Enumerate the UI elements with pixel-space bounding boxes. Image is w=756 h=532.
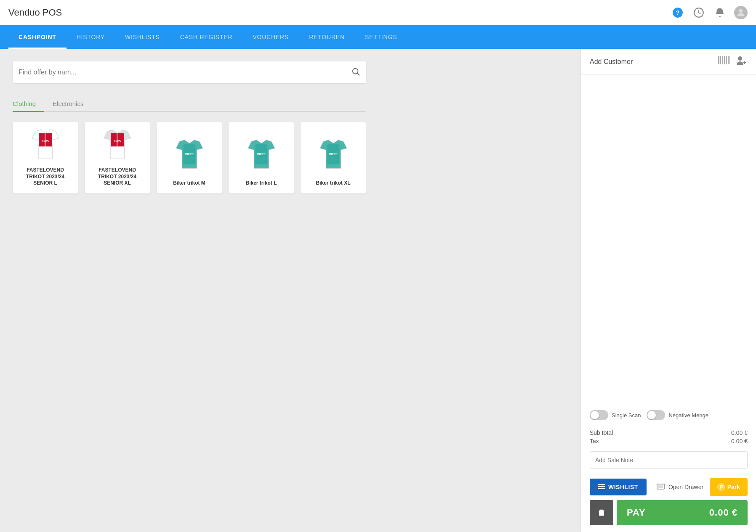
- product-image: REWE: [27, 127, 64, 163]
- search-icon[interactable]: [351, 67, 360, 78]
- svg-rect-31: [728, 56, 729, 64]
- pay-row: PAY 0.00 €: [581, 500, 756, 532]
- nav-retouren[interactable]: RETOUREN: [299, 25, 355, 49]
- bottom-btn-row: WISHLIST Open Drawer Park: [581, 474, 756, 500]
- search-bar[interactable]: [13, 61, 366, 83]
- top-bar: Venduo POS ?: [0, 0, 756, 25]
- product-name: Biker trikot L: [245, 180, 277, 187]
- svg-rect-34: [598, 486, 605, 487]
- tab-electronics[interactable]: Electronics: [53, 96, 92, 111]
- nav-cash-register[interactable]: CASH REGISTER: [170, 25, 243, 49]
- wishlist-button[interactable]: WISHLIST: [590, 479, 647, 495]
- subtotal-row: Sub total 0.00 €: [590, 429, 748, 436]
- pay-amount: 0.00 €: [709, 507, 737, 518]
- left-panel: Clothing Electronics REWE: [0, 49, 581, 532]
- single-scan-toggle[interactable]: [590, 410, 608, 420]
- product-image: REWE: [98, 127, 136, 163]
- negative-menge-toggle[interactable]: [647, 410, 665, 420]
- product-name: Biker trikot M: [173, 180, 205, 187]
- product-card-biker-xl[interactable]: BIKER Biker trikot XL: [301, 122, 366, 193]
- product-name: Biker trikot XL: [316, 180, 350, 187]
- main-layout: Clothing Electronics REWE: [0, 49, 756, 532]
- nav-settings[interactable]: SETTINGS: [355, 25, 407, 49]
- tax-value: 0.00 €: [731, 438, 748, 445]
- svg-text:BIKER: BIKER: [329, 152, 338, 155]
- svg-point-3: [739, 9, 743, 13]
- product-card-fastelovend-xl[interactable]: REWE FASTELOVEND TRIKOT 2023/24 SENIOR X…: [85, 122, 150, 193]
- nav-history[interactable]: HISTORY: [67, 25, 115, 49]
- toggles-row: Single Scan Negative Menge: [581, 404, 756, 426]
- svg-line-5: [357, 73, 359, 75]
- single-scan-label: Single Scan: [612, 412, 641, 418]
- park-button[interactable]: Park: [710, 478, 748, 496]
- product-name: FASTELOVEND TRIKOT 2023/24 SENIOR L: [17, 167, 74, 187]
- tab-clothing[interactable]: Clothing: [13, 96, 44, 111]
- svg-rect-32: [729, 56, 730, 64]
- nav-bar: CASHPOINT HISTORY WISHLISTS CASH REGISTE…: [0, 25, 756, 49]
- header-icons: [718, 56, 748, 68]
- category-tabs: Clothing Electronics: [13, 96, 366, 112]
- search-input[interactable]: [19, 69, 351, 76]
- nav-cashpoint[interactable]: CASHPOINT: [8, 25, 67, 49]
- user-avatar[interactable]: [734, 6, 748, 19]
- open-drawer-button[interactable]: Open Drawer: [657, 484, 703, 490]
- add-customer-label: Add Customer: [590, 58, 633, 66]
- delete-button[interactable]: [590, 500, 613, 525]
- svg-rect-37: [658, 485, 663, 488]
- product-card-fastelovend-l[interactable]: REWE FASTELOVEND TRIKOT 2023/24 SENIOR L: [13, 122, 78, 193]
- product-card-biker-l[interactable]: BIKER Biker trikot L: [229, 122, 294, 193]
- svg-rect-28: [722, 56, 723, 64]
- product-image: BIKER: [242, 134, 280, 176]
- single-scan-toggle-group: Single Scan: [590, 410, 641, 420]
- cart-area: [581, 75, 756, 404]
- svg-rect-30: [726, 56, 727, 64]
- barcode-icon[interactable]: [718, 56, 730, 67]
- svg-rect-33: [598, 484, 605, 485]
- subtotal-label: Sub total: [590, 429, 613, 436]
- svg-rect-35: [598, 488, 605, 489]
- product-grid: REWE FASTELOVEND TRIKOT 2023/24 SENIOR L…: [13, 122, 375, 193]
- sale-note-input[interactable]: [590, 451, 748, 469]
- svg-rect-26: [718, 56, 719, 64]
- app-title: Venduo POS: [8, 7, 62, 18]
- svg-text:REWE: REWE: [114, 140, 121, 142]
- svg-text:BIKER: BIKER: [257, 152, 266, 155]
- product-image: BIKER: [314, 134, 352, 176]
- pay-button[interactable]: PAY 0.00 €: [617, 500, 748, 525]
- negative-menge-toggle-group: Negative Menge: [647, 410, 708, 420]
- svg-rect-27: [720, 56, 721, 64]
- nav-vouchers[interactable]: VOUCHERS: [242, 25, 299, 49]
- nav-wishlists[interactable]: WISHLISTS: [115, 25, 170, 49]
- sync-icon[interactable]: [692, 6, 705, 19]
- totals-section: Sub total 0.00 € Tax 0.00 €: [581, 426, 756, 446]
- add-customer-icon[interactable]: [736, 56, 748, 68]
- product-name: FASTELOVEND TRIKOT 2023/24 SENIOR XL: [89, 167, 146, 187]
- svg-text:REWE: REWE: [42, 140, 49, 142]
- pay-label: PAY: [627, 507, 646, 518]
- tax-label: Tax: [590, 438, 599, 445]
- top-icons: ?: [671, 6, 748, 19]
- subtotal-value: 0.00 €: [731, 429, 748, 436]
- product-card-biker-m[interactable]: BIKER Biker trikot M: [157, 122, 222, 193]
- product-image: BIKER: [170, 134, 208, 176]
- svg-point-4: [353, 68, 358, 74]
- negative-menge-label: Negative Menge: [668, 412, 708, 418]
- help-icon[interactable]: ?: [671, 6, 684, 19]
- notifications-icon[interactable]: [713, 6, 727, 19]
- svg-rect-29: [724, 56, 725, 64]
- svg-text:?: ?: [676, 9, 679, 16]
- tax-row: Tax 0.00 €: [590, 438, 748, 445]
- right-header: Add Customer: [581, 49, 756, 75]
- right-panel: Add Customer: [581, 49, 756, 532]
- svg-text:BIKER: BIKER: [185, 152, 194, 155]
